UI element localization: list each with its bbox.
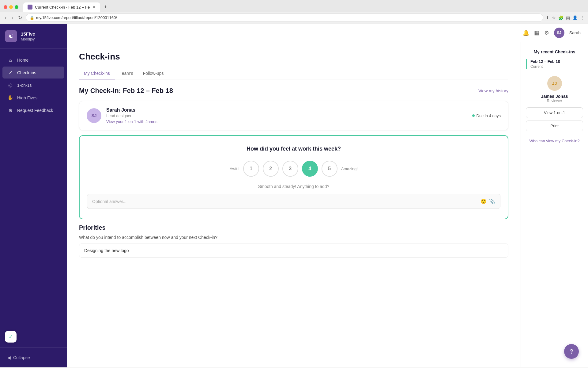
sidebar-item-checkins[interactable]: ✓ Check-ins: [2, 67, 64, 79]
user-card: SJ Sarah Jonas Lead designer View your 1…: [79, 101, 508, 130]
mood-input-placeholder: Optional answer...: [92, 199, 126, 204]
mood-btn-3[interactable]: 3: [282, 161, 298, 177]
priorities-question: What do you intend to accomplish between…: [79, 235, 508, 240]
page-sidebar: My recent Check-ins Feb 12 – Feb 18 Curr…: [521, 42, 588, 367]
menu-btn[interactable]: ⋮: [580, 15, 584, 20]
task-badge[interactable]: ✓: [5, 331, 17, 343]
emoji-icon: 🙂: [481, 198, 487, 204]
user-avatar-top[interactable]: SJ: [554, 28, 564, 38]
sidebar-item-home[interactable]: ⌂ Home: [2, 54, 64, 66]
logo-icon: ☯: [5, 30, 17, 42]
user-info: Sarah Jonas Lead designer View your 1-on…: [106, 107, 467, 124]
who-can-view-link[interactable]: Who can view my Check-in?: [526, 139, 583, 143]
user-name-top: Sarah: [569, 30, 581, 35]
tab-bar: Current Check-in · Feb 12 – Fe ✕ +: [0, 0, 588, 12]
reviewer-section: JJ James Jonas Reviewer View 1-on-1 Prin…: [526, 76, 583, 134]
reviewer-name: James Jonas: [526, 94, 583, 99]
share-btn[interactable]: ⬆: [546, 15, 549, 20]
address-actions: ⬆ ☆ 🧩 ▤ 👤 ⋮: [546, 15, 584, 20]
tab-close-btn[interactable]: ✕: [92, 5, 96, 10]
main-content: 🔔 ▦ ⚙ SJ Sarah Check-ins My Check-ins Te…: [67, 24, 588, 367]
highfives-icon: ✋: [7, 95, 13, 101]
forward-btn[interactable]: ›: [10, 14, 14, 22]
due-text: Due in 4 days: [477, 113, 501, 118]
mood-subtitle: Smooth and steady! Anything to add?: [87, 184, 500, 189]
mood-question: How did you feel at work this week?: [87, 146, 500, 152]
mood-btn-2[interactable]: 2: [263, 161, 279, 177]
sidebar-toggle-btn[interactable]: ▤: [566, 15, 570, 20]
chat-btn[interactable]: ?: [564, 344, 579, 359]
user-avatar-card: SJ: [87, 108, 101, 123]
tab-followups[interactable]: Follow-ups: [138, 68, 169, 79]
home-icon: ⌂: [7, 57, 13, 63]
mood-btn-4[interactable]: 4: [302, 161, 318, 177]
settings-btn[interactable]: ⚙: [544, 29, 549, 36]
back-btn[interactable]: ‹: [4, 14, 8, 22]
priorities-title: Priorities: [79, 224, 508, 231]
checkins-icon: ✓: [7, 70, 13, 75]
user-full-name: Sarah Jonas: [106, 107, 467, 113]
collapse-label: Collapse: [13, 355, 30, 360]
checkin-item-current: Feb 12 – Feb 18 Current: [526, 59, 583, 69]
sidebar-item-label-checkins: Check-ins: [17, 70, 36, 75]
sidebar-item-highfives[interactable]: ✋ High Fives: [2, 92, 64, 104]
mood-input-icons: 🙂 📎: [481, 198, 495, 204]
maximize-window-btn[interactable]: [15, 5, 18, 9]
close-window-btn[interactable]: [4, 5, 7, 9]
task-check-icon: ✓: [9, 333, 13, 340]
1on1s-icon: ◎: [7, 82, 13, 88]
active-tab[interactable]: Current Check-in · Feb 12 – Fe ✕: [23, 2, 100, 12]
bookmark-btn[interactable]: ☆: [552, 15, 556, 20]
sidebar-item-label-home: Home: [17, 58, 28, 63]
mood-input-area[interactable]: Optional answer... 🙂 📎: [87, 194, 500, 209]
tab-favicon: [28, 5, 32, 10]
minimize-window-btn[interactable]: [9, 5, 13, 9]
grid-btn[interactable]: ▦: [534, 29, 539, 36]
sidebar-item-1on1s[interactable]: ◎ 1-on-1s: [2, 79, 64, 91]
mood-card: How did you feel at work this week? Awfu…: [79, 135, 508, 219]
view-1on1-btn[interactable]: View 1-on-1: [526, 107, 583, 118]
top-bar: 🔔 ▦ ⚙ SJ Sarah: [67, 24, 588, 42]
mood-btn-1[interactable]: 1: [243, 161, 259, 177]
mood-btn-5[interactable]: 5: [322, 161, 337, 177]
recent-checkins-title: My recent Check-ins: [526, 49, 583, 54]
refresh-btn[interactable]: ↻: [17, 13, 23, 22]
url-bar[interactable]: 🔒 my.15five.com/report/fillout/report/12…: [26, 13, 543, 22]
requestfeedback-icon: ⊕: [7, 107, 13, 113]
user-role: Lead designer: [106, 113, 467, 118]
sidebar-item-requestfeedback[interactable]: ⊕ Request Feedback: [2, 104, 64, 116]
notification-btn[interactable]: 🔔: [522, 29, 529, 36]
priorities-section: Priorities What do you intend to accompl…: [79, 224, 508, 258]
browser-chrome: Current Check-in · Feb 12 – Fe ✕ + ‹ › ↻…: [0, 0, 588, 24]
collapse-icon: ◀: [7, 355, 11, 360]
extensions-btn[interactable]: 🧩: [558, 15, 564, 20]
address-bar: ‹ › ↻ 🔒 my.15five.com/report/fillout/rep…: [0, 12, 588, 24]
tabs: My Check-ins Team's Follow-ups: [79, 68, 508, 79]
profile-btn[interactable]: 👤: [572, 15, 578, 20]
attachment-icon: 📎: [489, 198, 495, 204]
priority-item: Designing the new logo: [79, 243, 508, 258]
sidebar: ☯ 15Five Moodjoy ⌂ Home ✓ Check-ins ◎ 1-…: [0, 24, 67, 367]
mood-amazing-label: Amazing!: [341, 167, 358, 171]
tab-title: Current Check-in · Feb 12 – Fe: [35, 5, 90, 10]
page-title: Check-ins: [79, 52, 508, 62]
due-dot: [472, 114, 475, 117]
sidebar-bottom: ◀ Collapse: [0, 347, 67, 367]
view-1on1-link[interactable]: View your 1-on-1 with James: [106, 119, 467, 124]
tab-my-checkins[interactable]: My Check-ins: [79, 68, 115, 79]
mood-awful-label: Awful: [230, 167, 239, 171]
page-main: Check-ins My Check-ins Team's Follow-ups…: [67, 42, 521, 367]
checkin-header: My Check-in: Feb 12 – Feb 18 View my his…: [79, 87, 508, 95]
reviewer-role: Reviewer: [526, 99, 583, 103]
mood-scale: Awful 1 2 3 4 5 Amazing!: [87, 161, 500, 177]
due-badge: Due in 4 days: [472, 113, 501, 118]
view-history-link[interactable]: View my history: [478, 88, 508, 93]
new-tab-btn[interactable]: +: [101, 3, 110, 12]
sidebar-logo: ☯ 15Five Moodjoy: [0, 24, 67, 49]
lock-icon: 🔒: [30, 16, 34, 20]
logo-text-group: 15Five Moodjoy: [21, 31, 35, 41]
logo-sub: Moodjoy: [21, 37, 35, 41]
print-btn[interactable]: Print: [526, 121, 583, 131]
collapse-btn[interactable]: ◀ Collapse: [5, 353, 62, 362]
tab-teams[interactable]: Team's: [115, 68, 138, 79]
